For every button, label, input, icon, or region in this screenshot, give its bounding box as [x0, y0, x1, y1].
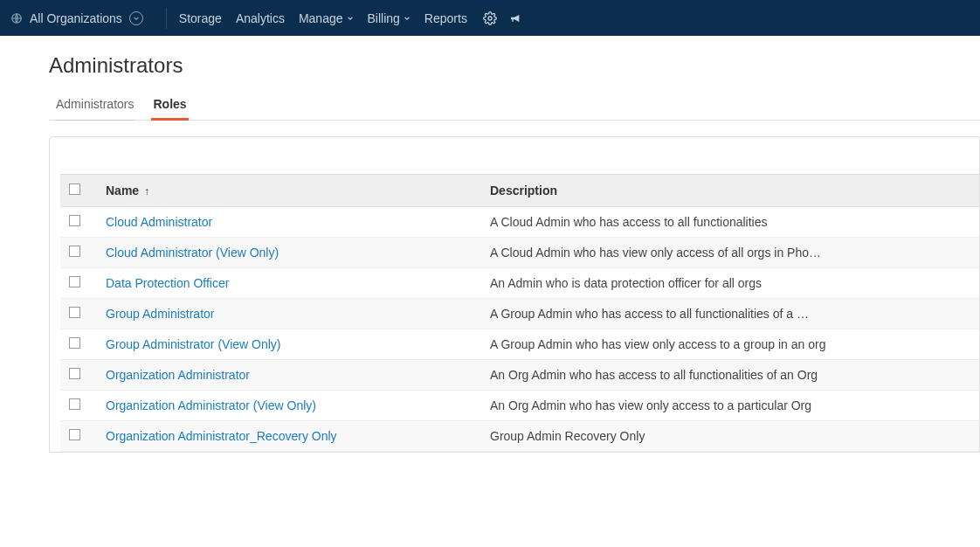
role-link[interactable]: Group Administrator (View Only): [106, 337, 280, 351]
row-checkbox[interactable]: [69, 398, 80, 410]
row-checkbox-cell: [60, 329, 95, 360]
nav-label: Billing: [368, 11, 400, 25]
nav-label: Storage: [179, 11, 222, 25]
top-navigation: All Organizations Storage Analytics Mana…: [0, 0, 980, 36]
nav-icons: [483, 11, 523, 25]
row-checkbox[interactable]: [69, 307, 80, 318]
role-link[interactable]: Group Administrator: [106, 307, 215, 321]
gear-icon[interactable]: [483, 11, 497, 25]
nav-label: Manage: [299, 11, 343, 25]
chevron-down-icon: [404, 15, 411, 22]
row-description-cell: A Group Admin who has view only access t…: [480, 329, 979, 360]
row-name-cell: Cloud Administrator (View Only): [95, 238, 480, 268]
role-link[interactable]: Cloud Administrator: [106, 215, 212, 229]
chevron-down-icon: [129, 11, 143, 25]
table-row: Cloud AdministratorA Cloud Admin who has…: [60, 207, 979, 238]
row-checkbox-cell: [60, 268, 95, 299]
globe-icon: [10, 12, 23, 24]
row-description-cell: Group Admin Recovery Only: [480, 421, 979, 452]
row-name-cell: Organization Administrator_Recovery Only: [95, 421, 480, 452]
nav-item-storage[interactable]: Storage: [179, 11, 222, 25]
row-checkbox-cell: [60, 207, 95, 238]
tab-label: Administrators: [56, 97, 134, 111]
table-row: Organization Administrator (View Only)An…: [60, 391, 979, 421]
row-description-cell: An Org Admin who has access to all funct…: [480, 360, 979, 391]
row-name-cell: Organization Administrator: [95, 360, 480, 391]
roles-table: Name ↑ Description Cloud AdministratorA …: [60, 174, 979, 452]
role-link[interactable]: Organization Administrator: [106, 368, 250, 382]
table-header-row: Name ↑ Description: [60, 175, 979, 207]
nav-item-reports[interactable]: Reports: [424, 11, 467, 25]
row-checkbox-cell: [60, 391, 95, 421]
row-checkbox[interactable]: [69, 368, 80, 379]
tab-roles[interactable]: Roles: [151, 92, 188, 120]
page-content: Administrators Administrators Roles Name…: [0, 36, 980, 453]
role-link[interactable]: Cloud Administrator (View Only): [106, 246, 279, 260]
sort-asc-icon: ↑: [144, 185, 149, 197]
role-link[interactable]: Organization Administrator (View Only): [106, 398, 316, 412]
row-name-cell: Group Administrator: [95, 299, 480, 329]
row-name-cell: Cloud Administrator: [95, 207, 480, 238]
row-name-cell: Data Protection Officer: [95, 268, 480, 299]
row-description-cell: A Group Admin who has access to all func…: [480, 299, 979, 329]
row-checkbox[interactable]: [69, 276, 80, 287]
nav-item-billing[interactable]: Billing: [368, 11, 411, 25]
nav-item-manage[interactable]: Manage: [299, 11, 354, 25]
tab-administrators[interactable]: Administrators: [54, 92, 135, 120]
header-select-all: [60, 175, 95, 207]
row-description-cell: An Org Admin who has view only access to…: [480, 391, 979, 421]
nav-label: Analytics: [236, 11, 285, 25]
table-row: Group AdministratorA Group Admin who has…: [60, 299, 979, 329]
table-row: Group Administrator (View Only)A Group A…: [60, 329, 979, 360]
row-description-cell: A Cloud Admin who has access to all func…: [480, 207, 979, 238]
nav-items: Storage Analytics Manage Billing Reports: [179, 11, 467, 25]
row-name-cell: Group Administrator (View Only): [95, 329, 480, 360]
row-checkbox-cell: [60, 238, 95, 268]
header-label: Description: [490, 183, 557, 197]
row-checkbox-cell: [60, 360, 95, 391]
role-link[interactable]: Data Protection Officer: [106, 276, 229, 290]
row-description-cell: A Cloud Admin who has view only access o…: [480, 238, 979, 268]
row-checkbox-cell: [60, 421, 95, 452]
table-row: Cloud Administrator (View Only)A Cloud A…: [60, 238, 979, 268]
header-name[interactable]: Name ↑: [95, 175, 480, 207]
table-row: Organization AdministratorAn Org Admin w…: [60, 360, 979, 391]
tab-label: Roles: [153, 97, 186, 111]
role-link[interactable]: Organization Administrator_Recovery Only: [106, 429, 337, 443]
nav-label: Reports: [424, 11, 467, 25]
megaphone-icon[interactable]: [509, 11, 523, 25]
svg-point-1: [488, 17, 492, 20]
row-checkbox[interactable]: [69, 215, 80, 226]
select-all-checkbox[interactable]: [69, 183, 80, 195]
row-checkbox[interactable]: [69, 246, 80, 257]
chevron-down-icon: [347, 15, 354, 22]
page-title: Administrators: [49, 53, 980, 78]
table-row: Organization Administrator_Recovery Only…: [60, 421, 979, 452]
org-selector[interactable]: All Organizations: [10, 11, 154, 25]
row-checkbox[interactable]: [69, 429, 80, 440]
row-description-cell: An Admin who is data protection officer …: [480, 268, 979, 299]
header-description[interactable]: Description: [480, 175, 979, 207]
row-name-cell: Organization Administrator (View Only): [95, 391, 480, 421]
roles-table-card: Name ↑ Description Cloud AdministratorA …: [49, 136, 980, 453]
header-label: Name: [106, 183, 139, 197]
org-label: All Organizations: [30, 11, 122, 25]
tabs-bar: Administrators Roles: [49, 92, 980, 121]
nav-divider: [166, 8, 167, 29]
table-row: Data Protection OfficerAn Admin who is d…: [60, 268, 979, 299]
nav-item-analytics[interactable]: Analytics: [236, 11, 285, 25]
row-checkbox-cell: [60, 299, 95, 329]
row-checkbox[interactable]: [69, 337, 80, 349]
